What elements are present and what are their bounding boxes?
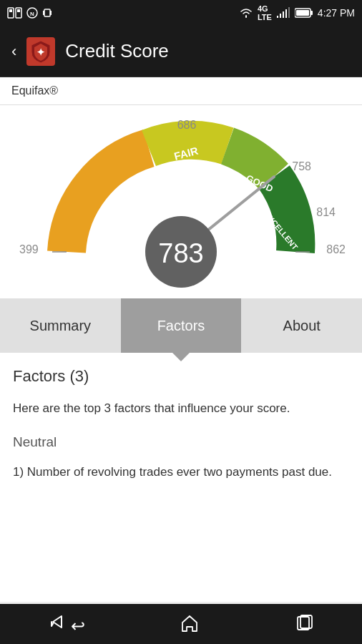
svg-rect-6	[44, 9, 50, 16]
svg-rect-7	[43, 11, 44, 15]
home-nav-button[interactable]	[180, 613, 200, 635]
app-bar: ‹ ✦ Credit Score	[0, 26, 362, 77]
gauge-svg: WEAK FAIR GOOD EXCELLENT 783	[9, 109, 353, 295]
svg-rect-9	[277, 16, 278, 18]
recents-icon	[295, 613, 315, 633]
neutral-label: Neutral	[13, 434, 349, 450]
factors-title: Factors (3)	[13, 367, 349, 386]
battery-icon	[295, 8, 313, 18]
back-button[interactable]: ‹	[11, 42, 16, 61]
tab-about-label: About	[283, 318, 321, 334]
wifi-icon	[239, 7, 253, 19]
svg-text:783: 783	[158, 238, 203, 268]
status-right-icons: 4GLTE 4:27 PM	[239, 4, 355, 21]
shield-icon: ✦	[30, 39, 52, 64]
gauge-section: WEAK FAIR GOOD EXCELLENT 783 399 862 686…	[0, 105, 362, 298]
label-814: 814	[316, 206, 336, 219]
label-max: 862	[326, 243, 346, 256]
svg-rect-1	[9, 9, 12, 12]
factor-1: 1) Number of revolving trades ever two p…	[13, 463, 349, 482]
signal-icon	[276, 7, 290, 19]
back-nav-icon	[47, 612, 67, 632]
bottom-nav: ↩	[0, 604, 362, 644]
svg-rect-16	[296, 10, 309, 16]
label-686: 686	[177, 119, 197, 132]
status-time: 4:27 PM	[318, 7, 355, 19]
factors-description: Here are the top 3 factors that influenc…	[13, 400, 349, 417]
svg-rect-12	[285, 9, 287, 18]
home-icon	[180, 613, 200, 633]
status-left-icons: N	[7, 6, 53, 19]
svg-rect-13	[288, 7, 290, 18]
svg-rect-8	[50, 11, 52, 15]
svg-text:WEAK: WEAK	[104, 193, 141, 233]
svg-rect-11	[283, 11, 284, 18]
app-icon: ✦	[26, 37, 55, 66]
svg-rect-10	[280, 14, 281, 18]
label-min: 399	[19, 243, 39, 256]
provider-name: Equifax®	[11, 84, 58, 97]
recents-nav-button[interactable]	[295, 613, 315, 635]
tabs-container: Summary Factors About	[0, 298, 362, 353]
content-area: Factors (3) Here are the top 3 factors t…	[0, 353, 362, 602]
tab-summary-label: Summary	[30, 318, 92, 334]
provider-row: Equifax®	[0, 77, 362, 105]
back-nav-icon-text: ↩	[71, 616, 85, 635]
tab-factors-label: Factors	[157, 318, 205, 334]
4g-icon: 4GLTE	[258, 4, 272, 21]
tab-summary[interactable]: Summary	[0, 298, 121, 353]
gauge-container: WEAK FAIR GOOD EXCELLENT 783 399 862 686…	[9, 109, 353, 295]
status-bar: N 4GLTE 4:27 PM	[0, 0, 362, 26]
svg-rect-3	[17, 9, 20, 12]
sim-icon	[7, 7, 23, 19]
svg-rect-15	[310, 11, 313, 15]
svg-text:✦: ✦	[36, 47, 45, 58]
vibrate-icon	[41, 7, 53, 19]
svg-text:N: N	[30, 11, 34, 17]
nfc-icon: N	[26, 6, 39, 19]
label-758: 758	[292, 160, 311, 173]
tab-about[interactable]: About	[241, 298, 362, 353]
back-nav-button[interactable]: ↩	[47, 612, 84, 636]
tab-factors[interactable]: Factors	[121, 298, 242, 353]
app-title: Credit Score	[65, 40, 169, 62]
